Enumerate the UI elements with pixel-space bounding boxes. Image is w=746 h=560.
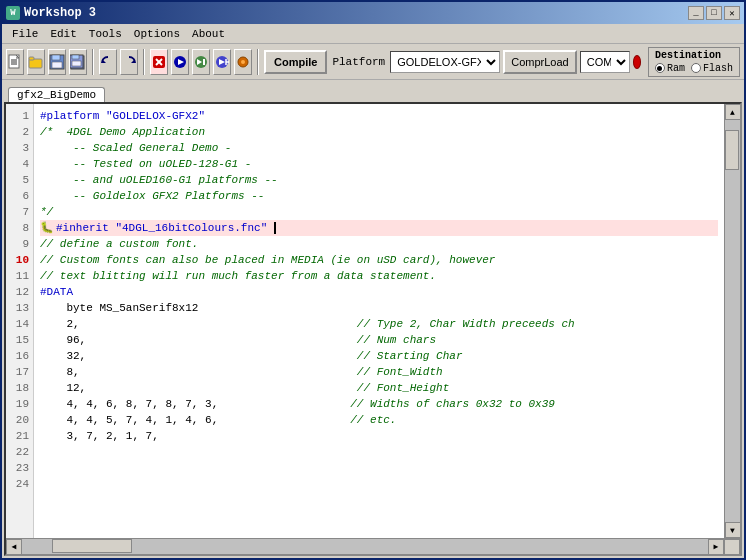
scroll-left-button[interactable]: ◀ [6, 539, 22, 555]
code-line-19: 32, // Starting Char [40, 348, 718, 364]
keyword-text: #DATA [40, 286, 73, 298]
run2-icon [214, 54, 230, 70]
code-line-9: */ [40, 204, 718, 220]
menu-about[interactable]: About [186, 26, 231, 42]
menu-options[interactable]: Options [128, 26, 186, 42]
line-number-19: 19 [10, 396, 29, 412]
svg-rect-11 [72, 55, 79, 59]
code-area[interactable]: #platform "GOLDELOX-GFX2"/* 4DGL Demo Ap… [34, 104, 724, 538]
dest-ram-radio[interactable] [655, 63, 665, 73]
scroll-track-h[interactable] [22, 539, 708, 554]
minimize-button[interactable]: _ [688, 6, 704, 20]
line-number-13: 13 [10, 300, 29, 316]
line-number-12: 12 [10, 284, 29, 300]
code-text: 4, 4, 6, 8, 7, 8, 7, 3, [40, 398, 350, 410]
svg-rect-5 [29, 57, 34, 60]
comment-text: // define a custom font. [40, 238, 198, 250]
inline-comment: // Font_Height [357, 382, 449, 394]
comment-text: */ [40, 206, 53, 218]
scroll-right-button[interactable]: ▶ [708, 539, 724, 555]
keyword-text: #platform "GOLDELOX-GFX2" [40, 110, 205, 122]
comment-text: /* 4DGL Demo Application [40, 126, 205, 138]
compile-button[interactable]: Compile [264, 50, 327, 74]
run2-button[interactable] [213, 49, 231, 75]
code-line-1: #platform "GOLDELOX-GFX2" [40, 108, 718, 124]
line-number-8: 8 [10, 220, 29, 236]
tab-gfx2bigdemo[interactable]: gfx2_BigDemo [8, 87, 105, 102]
save-button[interactable] [48, 49, 66, 75]
dest-ram-option[interactable]: Ram [655, 63, 685, 74]
code-line-23: 4, 4, 5, 7, 4, 1, 4, 6, // etc. [40, 412, 718, 428]
editor-container: 123456789101112131415161718192021222324 … [4, 102, 742, 556]
undo-icon [100, 54, 116, 70]
title-bar-buttons: _ □ ✕ [688, 6, 740, 20]
new-button[interactable] [6, 49, 24, 75]
line-number-10: 10 [10, 252, 29, 268]
bug-indicator: 🐛 [40, 222, 54, 234]
window-title: Workshop 3 [24, 6, 96, 20]
code-text: 3, 7, 2, 1, 7, [40, 430, 159, 442]
main-window: W Workshop 3 _ □ ✕ File Edit Tools Optio… [0, 0, 746, 560]
connection-indicator [633, 55, 641, 69]
main-content: gfx2_BigDemo 123456789101112131415161718… [2, 80, 744, 558]
compload-button[interactable]: ComprLoad [503, 50, 576, 74]
redo-icon [121, 54, 137, 70]
scroll-thumb-h[interactable] [52, 539, 132, 553]
code-line-3: /* 4DGL Demo Application [40, 124, 718, 140]
inline-comment: // etc. [350, 414, 396, 426]
toolbar: Compile Platform GOLDELOX-GFX2 PICASO DI… [2, 44, 744, 80]
code-line-20: 8, // Font_Width [40, 364, 718, 380]
line-number-7: 7 [10, 204, 29, 220]
save-icon [49, 54, 65, 70]
code-text: 32, [40, 350, 357, 362]
line-number-22: 22 [10, 444, 29, 460]
line-number-23: 23 [10, 460, 29, 476]
com-select[interactable]: COM 1 COM 2 COM 3 COM 4 [580, 51, 630, 73]
maximize-button[interactable]: □ [706, 6, 722, 20]
save-all-icon [70, 54, 86, 70]
line-number-9: 9 [10, 236, 29, 252]
save-all-button[interactable] [69, 49, 87, 75]
menu-file[interactable]: File [6, 26, 44, 42]
title-bar-left: W Workshop 3 [6, 6, 96, 20]
platform-select[interactable]: GOLDELOX-GFX2 PICASO DIABLO16 [390, 51, 500, 73]
line-number-2: 2 [10, 124, 29, 140]
scroll-track-v[interactable] [725, 120, 740, 522]
code-line-17: 2, // Type 2, Char Width preceeds ch [40, 316, 718, 332]
scroll-up-button[interactable]: ▲ [725, 104, 741, 120]
menu-tools[interactable]: Tools [83, 26, 128, 42]
run-button[interactable] [171, 49, 189, 75]
menu-edit[interactable]: Edit [44, 26, 82, 42]
open-button[interactable] [27, 49, 45, 75]
scroll-thumb-v[interactable] [725, 130, 739, 170]
step-button[interactable] [192, 49, 210, 75]
destination-box: Destination Ram Flash [648, 47, 740, 77]
undo-button[interactable] [99, 49, 117, 75]
destination-options: Ram Flash [655, 63, 733, 74]
sep2 [143, 49, 145, 75]
inline-comment: // Font_Width [357, 366, 443, 378]
title-bar: W Workshop 3 _ □ ✕ [2, 2, 744, 24]
dot-button[interactable] [234, 49, 252, 75]
run-icon [172, 54, 188, 70]
code-line-21: 12, // Font_Height [40, 380, 718, 396]
code-line-12: // define a custom font. [40, 236, 718, 252]
comment-text: -- Tested on uOLED-128-G1 - [40, 158, 251, 170]
stop-button[interactable] [150, 49, 168, 75]
scroll-down-button[interactable]: ▼ [725, 522, 741, 538]
line-number-24: 24 [10, 476, 29, 492]
dest-flash-label: Flash [703, 63, 733, 74]
open-icon [28, 54, 44, 70]
dest-flash-option[interactable]: Flash [691, 63, 733, 74]
scrollbar-corner [724, 539, 740, 555]
destination-label: Destination [655, 50, 733, 61]
app-icon: W [6, 6, 20, 20]
redo-button[interactable] [120, 49, 138, 75]
close-button[interactable]: ✕ [724, 6, 740, 20]
code-line-10: 🐛#inherit "4DGL_16bitColours.fnc" [40, 220, 718, 236]
dest-flash-radio[interactable] [691, 63, 701, 73]
code-line-6: -- and uOLED160-G1 platforms -- [40, 172, 718, 188]
comment-text: // Custom fonts can also be placed in ME… [40, 254, 495, 266]
comment-text: -- and uOLED160-G1 platforms -- [40, 174, 278, 186]
dot-icon [235, 54, 251, 70]
